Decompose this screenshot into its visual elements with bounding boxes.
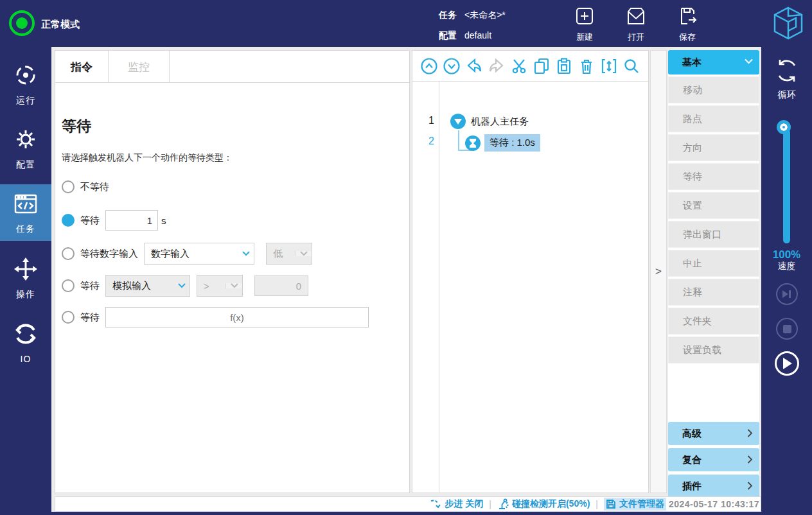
line-number: 2	[412, 135, 434, 147]
tab-command[interactable]: 指令	[55, 51, 109, 83]
save-task-label: 保存	[679, 31, 696, 43]
speed-slider-track[interactable]	[783, 129, 790, 243]
option-wait-analog-label: 等待	[80, 280, 100, 292]
insert-icon[interactable]	[600, 57, 618, 75]
save-icon	[676, 5, 698, 30]
instr-item-wait[interactable]: 等待	[668, 163, 759, 190]
io-label: IO	[21, 354, 31, 364]
option-no-wait: 不等待	[62, 180, 109, 193]
sidebar-item-operate[interactable]: 操作	[0, 250, 51, 306]
speed-slider-knob[interactable]	[780, 123, 788, 131]
save-task-button[interactable]: 保存	[667, 5, 707, 43]
option-wait-analog-input: 等待 模拟输入 >	[62, 275, 308, 297]
config-value: default	[464, 30, 491, 40]
io-swap-icon	[13, 321, 39, 349]
instr-item-move[interactable]: 移动	[668, 76, 759, 103]
new-task-label: 新建	[576, 31, 593, 43]
top-bar: 正常模式 任务<未命名>* 配置default 新建 打开 保存	[0, 0, 812, 47]
redo-icon[interactable]	[488, 57, 506, 75]
instr-item-abort[interactable]: 中止	[668, 250, 759, 277]
step-mode-toggle[interactable]: 步进 关闭	[430, 498, 483, 510]
collision-detection-label: 碰撞检测开启(50%)	[512, 498, 590, 510]
option-wait-expression-label: 等待	[80, 311, 100, 324]
play-icon	[782, 358, 792, 369]
group-advanced-header[interactable]: 高级	[668, 422, 759, 445]
move-down-icon[interactable]	[443, 57, 461, 75]
task-meta: 任务<未命名>*	[439, 10, 506, 21]
expand-node-icon[interactable]	[450, 114, 466, 129]
undo-icon[interactable]	[465, 57, 483, 75]
brand-logo-icon	[770, 4, 807, 42]
digital-level-select[interactable]: 低	[266, 243, 312, 265]
delete-icon[interactable]	[578, 57, 596, 75]
step-next-button[interactable]	[776, 283, 798, 305]
copy-icon[interactable]	[533, 57, 551, 75]
move-up-icon[interactable]	[420, 57, 438, 75]
status-dot	[16, 17, 28, 29]
robot-status-indicator	[9, 10, 35, 36]
comparator-select-value: >	[197, 281, 225, 292]
tab-monitor[interactable]: 监控	[109, 51, 170, 83]
radio-wait-expression[interactable]	[62, 311, 75, 324]
analog-threshold-input[interactable]	[254, 275, 308, 296]
open-task-button[interactable]: 打开	[616, 5, 656, 43]
option-no-wait-label: 不等待	[80, 181, 109, 193]
panel-expand-handle[interactable]: >	[650, 50, 667, 493]
bottom-edge-strip	[0, 512, 812, 515]
option-wait-expression: 等待	[62, 307, 369, 327]
instr-item-set[interactable]: 设置	[668, 192, 759, 219]
paste-icon[interactable]	[555, 57, 573, 75]
instr-item-folder[interactable]: 文件夹	[668, 308, 759, 335]
instr-item-direction[interactable]: 方向	[668, 134, 759, 161]
task-code-window-icon	[13, 191, 39, 219]
tree-row-main-task[interactable]: 机器人主任务	[450, 114, 529, 129]
comparator-select[interactable]: >	[197, 275, 243, 297]
analog-input-select[interactable]: 模拟输入	[105, 275, 190, 297]
group-composite-header[interactable]: 复合	[668, 448, 759, 471]
config-meta: 配置default	[439, 30, 491, 42]
radio-wait-time[interactable]	[62, 214, 75, 227]
radio-no-wait[interactable]	[62, 180, 75, 193]
wait-command-panel: 指令 监控 等待 请选择触发机器人下一个动作的等待类型： 不等待 等待 s 等待…	[55, 50, 410, 493]
wait-seconds-input[interactable]	[105, 210, 158, 231]
play-button[interactable]	[775, 351, 799, 376]
expression-input[interactable]	[105, 307, 369, 327]
status-bar: 步进 关闭 | 碰撞检测开启(50%) | 文件管理器 2024-05-17 1…	[55, 496, 761, 512]
group-basic-header[interactable]: 基本	[668, 50, 759, 74]
sidebar-item-io[interactable]: IO	[0, 314, 51, 371]
collision-robot-icon	[497, 498, 509, 510]
radio-wait-analog[interactable]	[62, 279, 75, 292]
stop-button[interactable]	[776, 318, 798, 340]
digital-input-select[interactable]: 数字输入	[144, 243, 254, 265]
loop-mode-button[interactable]: 循环	[761, 57, 812, 101]
chevron-right-icon	[747, 455, 753, 464]
group-plugin-header[interactable]: 插件	[668, 475, 759, 498]
line-number: 1	[412, 115, 434, 127]
group-basic-label: 基本	[682, 57, 702, 69]
search-icon[interactable]	[622, 57, 640, 75]
tree-row-wait[interactable]: 等待 : 1.0s	[465, 134, 540, 152]
instr-item-set-payload[interactable]: 设置负载	[668, 336, 759, 363]
hourglass-icon	[465, 135, 481, 151]
cut-icon[interactable]	[510, 57, 528, 75]
radio-wait-digital[interactable]	[62, 247, 75, 260]
clock-timestamp: 2024-05-17 10:43:17	[669, 499, 759, 509]
collision-detection-status[interactable]: 碰撞检测开启(50%)	[497, 498, 590, 510]
sidebar-item-config[interactable]: 配置	[0, 120, 51, 177]
instr-item-waypoint[interactable]: 路点	[668, 105, 759, 132]
chevron-down-icon	[745, 58, 753, 64]
step-mode-label: 步进 关闭	[445, 498, 483, 510]
instr-item-comment[interactable]: 注释	[668, 279, 759, 306]
chevron-down-icon	[295, 251, 312, 256]
file-manager-button[interactable]: 文件管理器	[604, 498, 666, 511]
gear-icon	[13, 127, 39, 155]
group-composite-label: 复合	[682, 454, 702, 466]
run-icon	[13, 62, 39, 91]
move-arrows-icon	[13, 256, 39, 284]
task-label: 任务	[16, 223, 35, 235]
instr-item-popup[interactable]: 弹出窗口	[668, 221, 759, 248]
status-separator: |	[596, 499, 598, 509]
sidebar-item-task[interactable]: 任务	[0, 184, 51, 241]
sidebar-item-run[interactable]: 运行	[0, 56, 51, 112]
new-task-button[interactable]: 新建	[565, 5, 605, 43]
